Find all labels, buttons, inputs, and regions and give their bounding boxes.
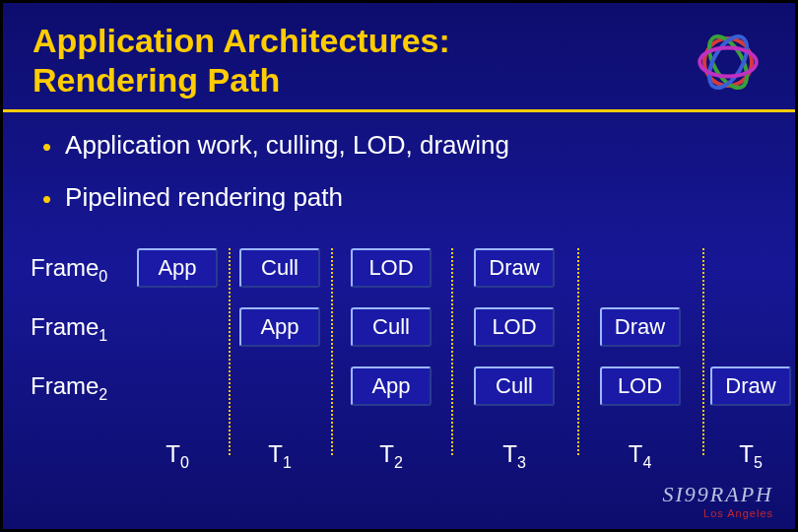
stage-box: Draw	[474, 248, 555, 288]
svg-point-3	[699, 48, 757, 77]
stage-box: Draw	[600, 307, 681, 347]
time-label: T2	[379, 440, 403, 472]
time-label: T3	[502, 440, 526, 472]
slide-title: Application Architectures: Rendering Pat…	[3, 3, 795, 109]
stage-box: App	[239, 307, 320, 347]
pipeline-diagram: Frame0AppCullLODDrawFrame1AppCullLODDraw…	[23, 248, 775, 485]
slide: Application Architectures: Rendering Pat…	[0, 0, 798, 532]
stage-box: Cull	[474, 366, 555, 406]
stage-box: LOD	[600, 366, 681, 406]
stage-box: Draw	[710, 366, 791, 406]
stage-box: App	[351, 366, 432, 406]
bullet-dot-icon: •	[42, 186, 51, 212]
row-label: Frame0	[31, 254, 107, 286]
bullet-item: • Pipelined rendering path	[42, 182, 756, 213]
footer: SI99RAPH Los Angeles	[662, 482, 773, 519]
title-line-2: Rendering Path	[33, 61, 280, 99]
stage-box: App	[137, 248, 218, 288]
stage-box: LOD	[351, 248, 432, 288]
stage-box: Cull	[351, 307, 432, 347]
stage-box: LOD	[474, 307, 555, 347]
row-label: Frame1	[31, 313, 107, 345]
stage-box: Cull	[239, 248, 320, 288]
bullet-text: Pipelined rendering path	[65, 182, 343, 213]
time-label: T0	[166, 440, 189, 472]
bullet-item: • Application work, culling, LOD, drawin…	[42, 130, 756, 161]
time-label: T1	[268, 440, 292, 472]
time-label: T5	[739, 440, 763, 472]
time-label: T4	[629, 440, 652, 472]
bullet-dot-icon: •	[42, 134, 51, 160]
pipeline-row: Frame2AppCullLODDraw	[23, 366, 775, 408]
siggraph-logo	[687, 23, 769, 101]
footer-location: Los Angeles	[662, 507, 773, 519]
title-line-1: Application Architectures:	[33, 22, 450, 59]
bullet-text: Application work, culling, LOD, drawing	[65, 130, 509, 161]
bullet-list: • Application work, culling, LOD, drawin…	[3, 112, 795, 244]
pipeline-row: Frame0AppCullLODDraw	[23, 248, 775, 290]
footer-siggraph-text: SI99RAPH	[662, 482, 773, 507]
pipeline-row: Frame1AppCullLODDraw	[23, 307, 775, 349]
row-label: Frame2	[31, 372, 107, 404]
